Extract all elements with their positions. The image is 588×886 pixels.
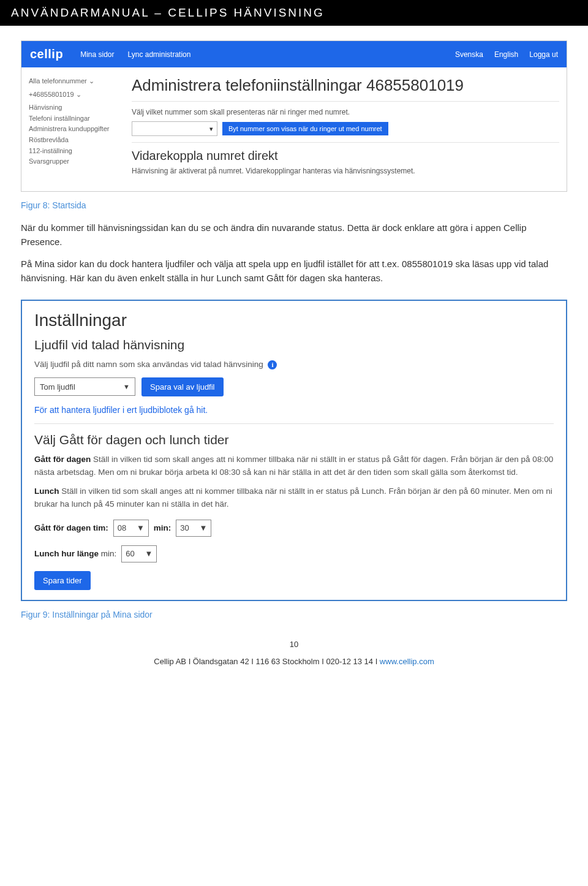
screenshot-startsida: cellip Mina sidor Lync administration Sv…: [21, 40, 567, 192]
chevron-down-icon: ▼: [145, 549, 153, 558]
audio-file-select[interactable]: Tom ljudfil ▼: [34, 377, 135, 396]
sidebar-current-number[interactable]: +46855801019 ⌄: [29, 89, 121, 100]
body-paragraph: På Mina sidor kan du dock hantera ljudfi…: [21, 257, 567, 285]
sidebar-all-numbers[interactable]: Alla telefonnummer ⌄: [29, 76, 121, 87]
sidebar-item[interactable]: 112-inställning: [29, 146, 121, 157]
nav-lang-english[interactable]: English: [494, 50, 518, 59]
nav-bar: cellip Mina sidor Lync administration Sv…: [21, 41, 567, 67]
settings-heading: Inställningar: [34, 311, 554, 330]
lunch-min-label: Lunch hur länge min:: [34, 549, 116, 558]
times-heading: Välj Gått för dagen och lunch tider: [34, 433, 554, 447]
divider: [132, 101, 559, 102]
sidebar-item[interactable]: Svarsgrupper: [29, 156, 121, 167]
audio-file-label: Välj ljudfil på ditt namn som ska använd…: [34, 358, 554, 371]
change-caller-id-button[interactable]: Byt nummer som visas när du ringer ut me…: [222, 122, 388, 135]
sidebar-item[interactable]: Administrera kunduppgifter: [29, 124, 121, 135]
nav-lang-svenska[interactable]: Svenska: [455, 50, 483, 59]
footer-url[interactable]: www.cellip.com: [380, 657, 434, 666]
body-paragraph: När du kommer till hänvisningssidan kan …: [21, 221, 567, 249]
footer-company: Cellip AB I Ölandsgatan 42 I 116 63 Stoc…: [154, 657, 380, 666]
save-times-button[interactable]: Spara tider: [34, 571, 91, 590]
divider: [132, 142, 559, 143]
lunch-desc: Lunch Ställ in vilken tid som skall ange…: [34, 485, 554, 511]
gone-for-day-desc: Gått för dagen Ställ in vilken tid som s…: [34, 453, 554, 479]
screenshot-installningar: Inställningar Ljudfil vid talad hänvisni…: [21, 300, 567, 601]
gone-min-select[interactable]: 30▼: [176, 520, 211, 537]
nav-mina-sidor[interactable]: Mina sidor: [80, 50, 114, 59]
audio-file-heading: Ljudfil vid talad hänvisning: [34, 338, 554, 352]
chevron-down-icon: ▾: [209, 125, 213, 133]
lunch-row: Lunch hur länge min: 60▼: [34, 545, 554, 562]
cellip-logo: cellip: [30, 47, 63, 61]
figure-8-caption: Figur 8: Startsida: [21, 200, 567, 210]
figure-9-caption: Figur 9: Inställningar på Mina sidor: [21, 610, 567, 619]
sidebar-item[interactable]: Hänvisning: [29, 102, 121, 113]
save-audio-button[interactable]: Spara val av ljudfil: [141, 377, 224, 396]
manage-audio-link[interactable]: För att hantera ljudfiler i ert ljudbibl…: [34, 405, 554, 415]
page-title: Administrera telefoniinställningar 46855…: [132, 76, 559, 95]
page-footer: 10 Cellip AB I Ölandsgatan 42 I 116 63 S…: [21, 638, 567, 668]
forward-heading: Vidarekoppla numret direkt: [132, 149, 559, 163]
gone-hour-select[interactable]: 08▼: [113, 520, 149, 537]
audio-file-select-value: Tom ljudfil: [40, 382, 75, 392]
lunch-min-select[interactable]: 60▼: [121, 545, 157, 562]
document-header: ANVÄNDARMANUAL – CELLIPS HÄNVISNING: [0, 0, 588, 26]
info-icon[interactable]: i: [268, 360, 277, 369]
caller-id-label: Välj vilket nummer som skall presenteras…: [132, 108, 559, 116]
page-number: 10: [21, 638, 567, 651]
sidebar-item[interactable]: Telefoni inställningar: [29, 113, 121, 124]
sidebar-item[interactable]: Röstbrevlåda: [29, 135, 121, 146]
forward-note: Hänvisning är aktiverat på numret. Vidar…: [132, 167, 559, 175]
chevron-down-icon: ▼: [123, 383, 130, 390]
nav-logout[interactable]: Logga ut: [529, 50, 558, 59]
nav-lync-admin[interactable]: Lync administration: [128, 50, 191, 59]
chevron-down-icon: ▼: [199, 523, 207, 532]
gone-min-label: min:: [154, 523, 172, 532]
gone-hour-label: Gått för dagen tim:: [34, 523, 108, 532]
gone-for-day-row: Gått för dagen tim: 08▼ min: 30▼: [34, 520, 554, 537]
caller-id-select[interactable]: ▾: [132, 121, 217, 136]
sidebar: Alla telefonnummer ⌄ +46855801019 ⌄ Hänv…: [29, 76, 121, 180]
divider: [34, 423, 554, 424]
chevron-down-icon: ▼: [137, 523, 145, 532]
